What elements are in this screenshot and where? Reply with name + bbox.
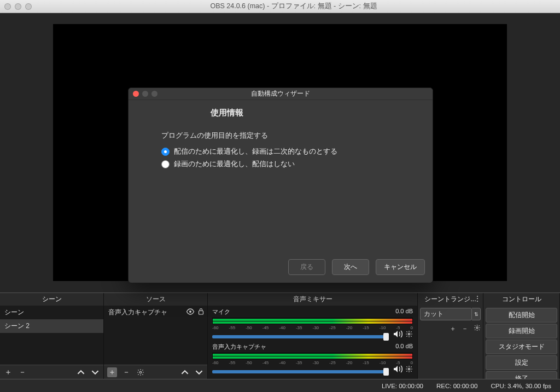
transition-settings-button[interactable] bbox=[474, 324, 481, 334]
close-icon[interactable] bbox=[133, 91, 139, 97]
transition-select[interactable]: カット ⇅ bbox=[420, 308, 481, 320]
mixer-channel-level: 0.0 dB bbox=[395, 308, 413, 316]
remove-scene-button[interactable]: － bbox=[18, 367, 27, 377]
traffic-light-close-icon[interactable] bbox=[4, 3, 11, 10]
visibility-icon[interactable] bbox=[186, 308, 195, 315]
traffic-light-max-icon[interactable] bbox=[25, 3, 32, 10]
remove-transition-button[interactable]: － bbox=[462, 324, 468, 334]
status-cpu: CPU: 3.4%, 30.00 fps bbox=[491, 383, 551, 389]
wizard-heading: 使用情報 bbox=[145, 108, 416, 118]
scene-item[interactable]: シーン bbox=[0, 306, 103, 319]
mixer-panel: 音声ミキサー マイク0.0 dB -60-55-50-45-40-35-30-2… bbox=[208, 293, 418, 379]
mixer-channel: マイク0.0 dB -60-55-50-45-40-35-30-25-20-15… bbox=[208, 306, 417, 341]
wizard-cancel-button[interactable]: キャンセル bbox=[376, 259, 425, 275]
svg-point-2 bbox=[139, 371, 142, 373]
wizard-option-label: 録画のために最適化し、配信はしない bbox=[174, 160, 295, 169]
radio-icon bbox=[161, 160, 170, 168]
status-live: LIVE: 00:00:00 bbox=[382, 383, 423, 389]
mixer-body: マイク0.0 dB -60-55-50-45-40-35-30-25-20-15… bbox=[208, 306, 417, 379]
speaker-icon[interactable] bbox=[393, 330, 403, 340]
radio-icon bbox=[161, 148, 170, 156]
wizard-option-streaming[interactable]: 配信のために最適化し、録画は二次的なものとする bbox=[161, 147, 416, 156]
bottom-dock: シーン シーン シーン 2 ＋ － ソース 音声入力キャプチャ ＋ bbox=[0, 292, 560, 379]
auto-config-wizard: 自動構成ウィザード 使用情報 プログラムの使用目的を指定する 配信のために最適化… bbox=[128, 87, 433, 283]
window-title: OBS 24.0.6 (mac) - プロファイル: 無題 - シーン: 無題 bbox=[32, 2, 556, 11]
add-scene-button[interactable]: ＋ bbox=[3, 367, 13, 377]
traffic-light-min-icon[interactable] bbox=[15, 3, 21, 10]
lock-icon[interactable] bbox=[198, 308, 204, 315]
status-rec: REC: 00:00:00 bbox=[436, 383, 477, 389]
svg-point-0 bbox=[189, 311, 191, 313]
exit-button[interactable]: 終了 bbox=[486, 371, 557, 379]
wizard-option-recording[interactable]: 録画のために最適化し、配信はしない bbox=[161, 160, 416, 169]
mixer-channel-name: マイク bbox=[212, 308, 230, 316]
source-settings-button[interactable] bbox=[136, 367, 145, 377]
scenes-panel: シーン シーン シーン 2 ＋ － bbox=[0, 293, 104, 379]
remove-source-button[interactable]: － bbox=[121, 367, 131, 377]
svg-point-5 bbox=[476, 327, 478, 329]
sources-panel: ソース 音声入力キャプチャ ＋ － bbox=[104, 293, 208, 379]
studio-mode-button[interactable]: スタジオモード bbox=[486, 340, 557, 354]
scene-up-button[interactable] bbox=[76, 367, 86, 377]
transitions-panel: シーントランジ...⋮ カット ⇅ ＋ － bbox=[418, 293, 483, 379]
sources-list[interactable]: 音声入力キャプチャ bbox=[104, 306, 207, 365]
mixer-header: 音声ミキサー bbox=[208, 293, 417, 306]
mixer-meter bbox=[212, 318, 413, 324]
wizard-back-button: 戻る bbox=[288, 259, 325, 275]
wizard-subheading: プログラムの使用目的を指定する bbox=[161, 131, 416, 141]
add-source-button[interactable]: ＋ bbox=[107, 367, 117, 377]
sources-header: ソース bbox=[104, 293, 207, 306]
wizard-option-label: 配信のために最適化し、録画は二次的なものとする bbox=[174, 147, 337, 156]
add-transition-button[interactable]: ＋ bbox=[450, 324, 456, 334]
status-bar: LIVE: 00:00:00 REC: 00:00:00 CPU: 3.4%, … bbox=[0, 379, 560, 392]
speaker-icon[interactable] bbox=[393, 365, 403, 375]
mixer-channel-name: 音声入力キャプチャ bbox=[212, 343, 266, 351]
scene-item[interactable]: シーン 2 bbox=[0, 319, 103, 333]
sources-toolbar: ＋ － bbox=[104, 365, 207, 379]
start-record-button[interactable]: 録画開始 bbox=[486, 324, 557, 338]
transitions-header: シーントランジ...⋮ bbox=[418, 293, 483, 306]
mixer-ticks: -60-55-50-45-40-35-30-25-20-15-10-50 bbox=[212, 325, 413, 330]
mixer-meter bbox=[212, 353, 413, 359]
wizard-next-button[interactable]: 次へ bbox=[332, 259, 369, 275]
scenes-toolbar: ＋ － bbox=[0, 365, 103, 379]
scenes-header: シーン bbox=[0, 293, 103, 306]
transition-selected: カット bbox=[420, 308, 472, 320]
source-down-button[interactable] bbox=[194, 367, 204, 377]
scenes-list[interactable]: シーン シーン 2 bbox=[0, 306, 103, 365]
window-titlebar: OBS 24.0.6 (mac) - プロファイル: 無題 - シーン: 無題 bbox=[0, 0, 560, 13]
traffic-light-disabled-icon bbox=[151, 91, 158, 97]
svg-point-4 bbox=[408, 368, 410, 370]
mixer-channel-level: 0.0 dB bbox=[395, 343, 413, 351]
chevron-updown-icon: ⇅ bbox=[472, 308, 481, 320]
settings-button[interactable]: 設定 bbox=[486, 355, 557, 370]
source-item[interactable]: 音声入力キャプチャ bbox=[104, 306, 207, 319]
wizard-title: 自動構成ウィザード bbox=[129, 89, 433, 98]
controls-panel: コントロール 配信開始 録画開始 スタジオモード 設定 終了 bbox=[483, 293, 560, 379]
start-stream-button[interactable]: 配信開始 bbox=[486, 308, 557, 323]
scene-down-button[interactable] bbox=[90, 367, 100, 377]
mixer-channel: 音声入力キャプチャ0.0 dB -60-55-50-45-40-35-30-25… bbox=[208, 341, 417, 376]
gear-icon[interactable] bbox=[405, 365, 413, 375]
traffic-light-disabled-icon bbox=[142, 91, 148, 97]
svg-rect-1 bbox=[199, 311, 203, 315]
mixer-volume-slider[interactable] bbox=[212, 370, 389, 373]
gear-icon[interactable] bbox=[405, 330, 413, 340]
controls-header: コントロール bbox=[483, 293, 559, 306]
panel-menu-icon[interactable]: ⋮ bbox=[474, 295, 481, 302]
source-label: 音声入力キャプチャ bbox=[108, 308, 167, 316]
mixer-ticks: -60-55-50-45-40-35-30-25-20-15-10-50 bbox=[212, 360, 413, 365]
mixer-volume-slider[interactable] bbox=[212, 335, 389, 338]
source-up-button[interactable] bbox=[180, 367, 190, 377]
svg-point-3 bbox=[408, 333, 410, 335]
wizard-titlebar: 自動構成ウィザード bbox=[129, 88, 433, 100]
